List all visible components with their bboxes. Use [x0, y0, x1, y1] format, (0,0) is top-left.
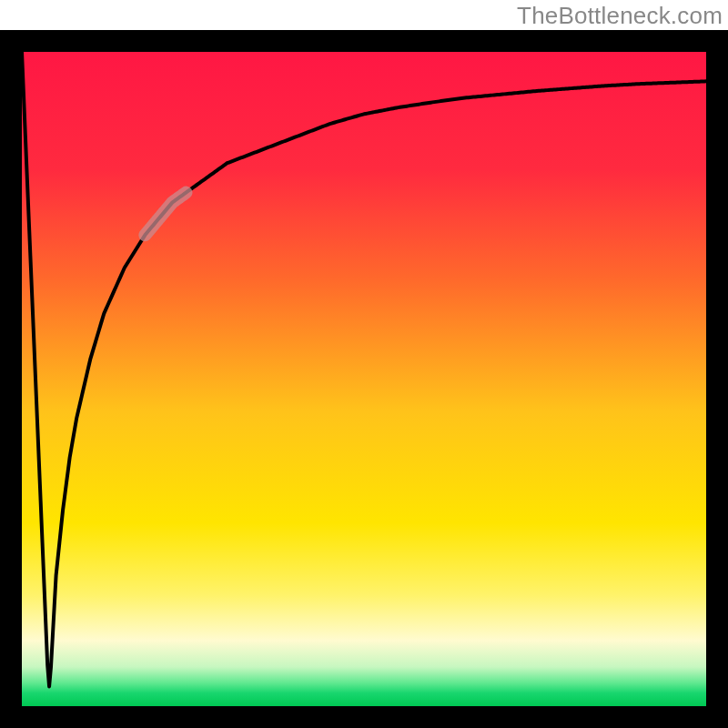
watermark-text: TheBottleneck.com	[517, 2, 723, 30]
bottleneck-chart	[0, 0, 728, 728]
plot-background	[22, 52, 706, 706]
